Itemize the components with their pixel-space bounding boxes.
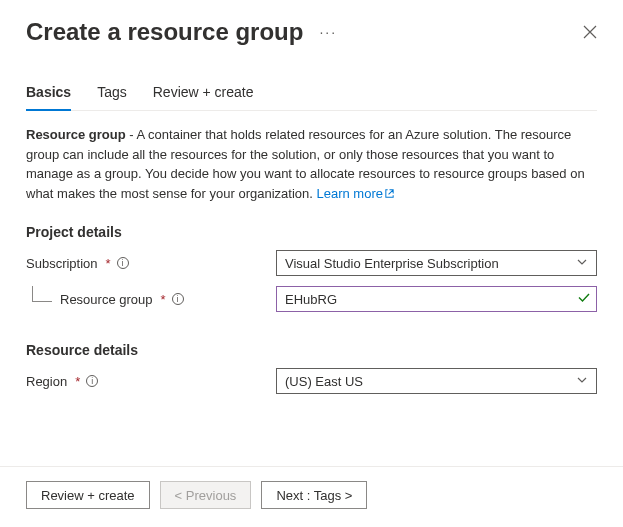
tab-review-create[interactable]: Review + create [153, 78, 254, 110]
page-title: Create a resource group [26, 18, 303, 46]
tab-tags[interactable]: Tags [97, 78, 127, 110]
previous-button: < Previous [160, 481, 252, 509]
header-row: Create a resource group ··· [26, 18, 597, 46]
description-lead: Resource group [26, 127, 126, 142]
tab-basics[interactable]: Basics [26, 78, 71, 110]
subscription-dropdown[interactable]: Visual Studio Enterprise Subscription [276, 250, 597, 276]
region-label-col: Region * i [26, 374, 276, 389]
region-label: Region [26, 374, 67, 389]
required-asterisk: * [75, 374, 80, 389]
next-button[interactable]: Next : Tags > [261, 481, 367, 509]
tab-bar: Basics Tags Review + create [26, 78, 597, 111]
close-icon [583, 25, 597, 39]
tree-connector-icon [32, 286, 52, 302]
info-icon[interactable]: i [172, 293, 184, 305]
resource-group-label: Resource group [60, 292, 153, 307]
info-icon[interactable]: i [117, 257, 129, 269]
region-value: (US) East US [285, 374, 363, 389]
learn-more-label: Learn more [316, 186, 382, 201]
resource-group-input-wrap [276, 286, 597, 312]
resource-group-input[interactable] [276, 286, 597, 312]
external-link-icon [384, 185, 395, 205]
region-row: Region * i (US) East US [26, 368, 597, 394]
more-actions-button[interactable]: ··· [315, 24, 337, 40]
valid-check-icon [577, 291, 591, 308]
resource-group-label-col: Resource group * i [26, 292, 276, 307]
project-details-heading: Project details [26, 224, 597, 240]
create-resource-group-panel: Create a resource group ··· Basics Tags … [0, 0, 623, 527]
info-icon[interactable]: i [86, 375, 98, 387]
chevron-down-icon [576, 374, 588, 389]
subscription-label-col: Subscription * i [26, 256, 276, 271]
description-text: Resource group - A container that holds … [26, 125, 597, 204]
required-asterisk: * [161, 292, 166, 307]
chevron-down-icon [576, 256, 588, 271]
learn-more-link[interactable]: Learn more [316, 186, 394, 201]
footer-bar: Review + create < Previous Next : Tags > [0, 466, 623, 527]
subscription-row: Subscription * i Visual Studio Enterpris… [26, 250, 597, 276]
review-create-button[interactable]: Review + create [26, 481, 150, 509]
resource-details-heading: Resource details [26, 342, 597, 358]
close-button[interactable] [583, 25, 597, 39]
subscription-value: Visual Studio Enterprise Subscription [285, 256, 499, 271]
subscription-label: Subscription [26, 256, 98, 271]
resource-group-row: Resource group * i [26, 286, 597, 312]
required-asterisk: * [106, 256, 111, 271]
region-dropdown[interactable]: (US) East US [276, 368, 597, 394]
